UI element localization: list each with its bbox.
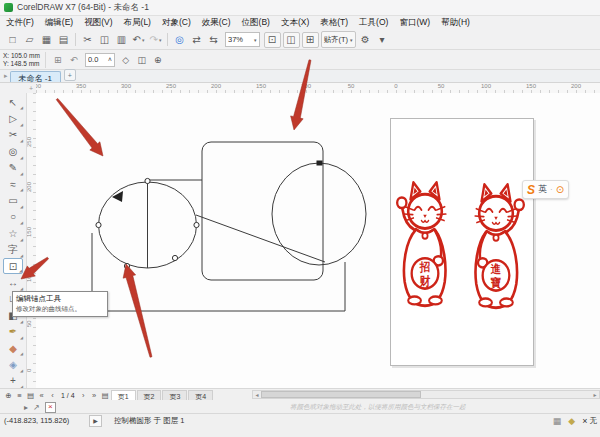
- artistic-media-tool[interactable]: ≈◢: [3, 176, 23, 192]
- options-button[interactable]: ⚙: [357, 32, 374, 48]
- pick-tool[interactable]: ↖◢: [3, 94, 23, 110]
- text-tool[interactable]: 字◢: [3, 242, 23, 258]
- next-page-button[interactable]: ›: [78, 391, 89, 400]
- last-page-button[interactable]: »: [89, 391, 100, 400]
- undo-button[interactable]: ↶▾: [130, 32, 147, 48]
- object-size-icon[interactable]: ⊞: [50, 55, 66, 65]
- ellipse-tool[interactable]: ○◢: [3, 209, 23, 225]
- zoom-tool[interactable]: ◎◢: [3, 143, 23, 159]
- eyedropper-tool[interactable]: ✒◢: [3, 324, 23, 340]
- copy-button[interactable]: ◫: [96, 32, 113, 48]
- ime-logo-icon[interactable]: S: [527, 183, 535, 197]
- edit-anchor-tool[interactable]: ⊡◢: [3, 258, 23, 274]
- menu-item-0[interactable]: 文件(F): [6, 17, 34, 29]
- scroll-right-icon[interactable]: ▸: [591, 391, 599, 398]
- fullscreen-preview-button[interactable]: ⊡: [264, 32, 281, 48]
- layers-icon[interactable]: ≡: [14, 391, 25, 400]
- fill-none-label: 无: [590, 416, 598, 426]
- rounded-rectangle-shape[interactable]: [202, 142, 323, 280]
- no-outline-icon[interactable]: ×: [582, 416, 587, 426]
- menu-item-4[interactable]: 对象(C): [162, 17, 191, 29]
- document-tab-active[interactable]: 未命名 -1: [10, 71, 61, 82]
- menu-item-1[interactable]: 编辑(E): [45, 17, 73, 29]
- print-button[interactable]: ▤: [55, 32, 72, 48]
- new-document-button[interactable]: □: [4, 32, 21, 48]
- import-button[interactable]: ⇄: [188, 32, 205, 48]
- chevron-down-icon[interactable]: ˄: [108, 56, 112, 63]
- shape-tool[interactable]: ▷◢: [3, 110, 23, 126]
- save-button[interactable]: ▦: [38, 32, 55, 48]
- zoom-level-input[interactable]: [228, 35, 254, 44]
- show-rulers-button[interactable]: ◫: [283, 32, 300, 48]
- menu-item-8[interactable]: 表格(T): [320, 17, 348, 29]
- menu-item-10[interactable]: 窗口(W): [399, 17, 430, 29]
- scroll-left-icon[interactable]: ◂: [253, 391, 261, 398]
- show-grid-button[interactable]: ⊞: [302, 32, 319, 48]
- menu-item-11[interactable]: 帮助(H): [441, 17, 470, 29]
- page-tab-1[interactable]: 页1: [111, 390, 136, 400]
- open-path-shape[interactable]: [92, 233, 345, 311]
- palette-flyout-icon[interactable]: ▸: [24, 403, 28, 412]
- application-launcher-button[interactable]: ▾: [374, 32, 391, 48]
- diagonal-line-shape[interactable]: [196, 215, 325, 262]
- dimension-tool[interactable]: ↔◢: [3, 274, 23, 290]
- menu-item-5[interactable]: 效果(C): [202, 17, 231, 29]
- drawing-canvas[interactable]: 招 财 進 寶 S 英 · ⊙: [36, 93, 600, 388]
- document-palette-icon[interactable]: ▦: [553, 416, 562, 426]
- ime-settings-icon[interactable]: ⊙: [556, 184, 564, 195]
- page-tab-4[interactable]: 页4: [188, 390, 213, 400]
- new-page-icon[interactable]: ▤: [100, 391, 111, 400]
- horizontal-scrollbar[interactable]: ◂ ▸: [252, 390, 600, 399]
- menu-item-3[interactable]: 布局(L): [124, 17, 151, 29]
- open-button[interactable]: ▱: [21, 32, 38, 48]
- paste-button[interactable]: ▥: [113, 32, 130, 48]
- first-page-button[interactable]: «: [36, 391, 47, 400]
- interactive-fill-tool[interactable]: ◈◢: [3, 356, 23, 372]
- polygon-tool[interactable]: ☆◢: [3, 225, 23, 241]
- menu-item-7[interactable]: 文本(X): [281, 17, 309, 29]
- cut-button[interactable]: ✂: [79, 32, 96, 48]
- scrollbar-thumb[interactable]: [261, 391, 421, 398]
- redo-button[interactable]: ↷▾: [147, 32, 164, 48]
- node-shape-icon[interactable]: ◇: [118, 55, 134, 65]
- search-content-button[interactable]: ◎: [171, 32, 188, 48]
- right-ellipse-shape[interactable]: [272, 163, 366, 265]
- mirror-icon[interactable]: ◫: [134, 55, 150, 65]
- chevron-down-icon[interactable]: ▾: [350, 37, 353, 43]
- menu-item-9[interactable]: 工具(O): [359, 17, 388, 29]
- rotate-icon[interactable]: ↶: [66, 55, 82, 65]
- freehand-tool[interactable]: ✎◢: [3, 160, 23, 176]
- page-icon[interactable]: ▤: [25, 391, 36, 400]
- lucky-cat-right[interactable]: 進 寶: [467, 181, 525, 313]
- rotation-angle-input[interactable]: [88, 55, 108, 64]
- lucky-cat-left[interactable]: 招 财: [396, 179, 454, 311]
- prev-page-button[interactable]: ‹: [47, 391, 58, 400]
- menu-item-2[interactable]: 视图(V): [84, 17, 112, 29]
- add-page-button[interactable]: ⊕: [3, 391, 14, 400]
- target-icon[interactable]: ⊕: [150, 55, 166, 65]
- tab-scroll-icon[interactable]: ▸: [4, 72, 8, 80]
- zoom-level-combo[interactable]: ▾: [225, 32, 260, 47]
- chevron-down-icon[interactable]: ▾: [254, 37, 257, 43]
- chevron-down-icon[interactable]: ▾: [142, 37, 145, 43]
- palette-drag-icon[interactable]: ↗: [33, 403, 40, 412]
- export-button[interactable]: ⇆: [205, 32, 222, 48]
- ime-mode-label[interactable]: 英: [538, 183, 547, 196]
- ime-toolbar[interactable]: S 英 · ⊙: [522, 180, 569, 199]
- selected-node[interactable]: [317, 161, 323, 166]
- fill-swatch-icon[interactable]: ◆: [568, 416, 575, 426]
- status-flyout-button[interactable]: ▶: [89, 415, 102, 427]
- snap-to-dropdown[interactable]: 贴齐(T)▾: [321, 31, 356, 48]
- crop-tool[interactable]: ✂◢: [3, 127, 23, 143]
- copy-icon: ◫: [100, 34, 109, 45]
- rectangle-tool[interactable]: ▭◢: [3, 192, 23, 208]
- page-tab-2[interactable]: 页2: [137, 390, 162, 400]
- new-tab-button[interactable]: +: [64, 69, 76, 81]
- smart-fill-tool[interactable]: ◆◢: [3, 340, 23, 356]
- page-tab-3[interactable]: 页3: [162, 390, 187, 400]
- rotation-angle-field[interactable]: ˄: [85, 53, 115, 67]
- chevron-down-icon[interactable]: ▾: [159, 37, 162, 43]
- menu-item-6[interactable]: 位图(B): [242, 17, 270, 29]
- more-tools-button[interactable]: +◢: [3, 373, 23, 389]
- no-color-swatch[interactable]: ×: [45, 402, 56, 413]
